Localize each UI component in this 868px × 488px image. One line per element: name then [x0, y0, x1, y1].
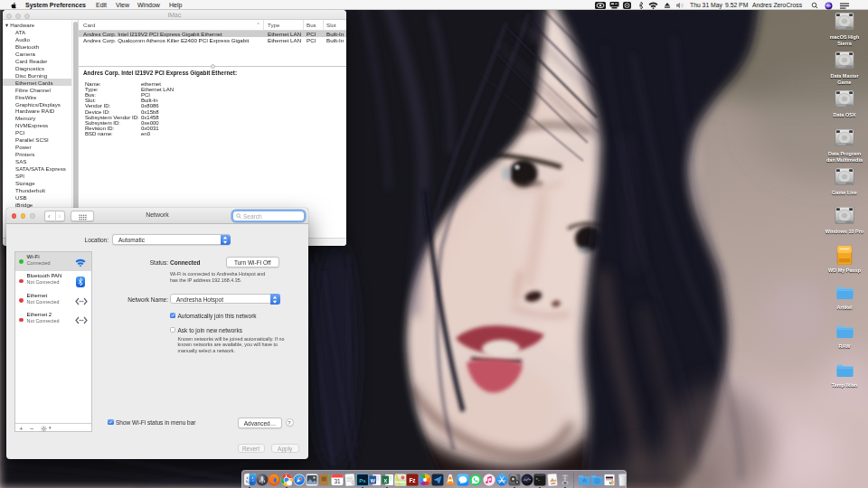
svg-text:Fz: Fz [409, 477, 416, 483]
svg-text:W: W [371, 477, 376, 483]
svg-text:31: 31 [334, 478, 341, 484]
svg-text:Ps: Ps [359, 477, 366, 483]
svg-text:X: X [383, 477, 387, 483]
svg-text:>_: >_ [536, 477, 541, 481]
